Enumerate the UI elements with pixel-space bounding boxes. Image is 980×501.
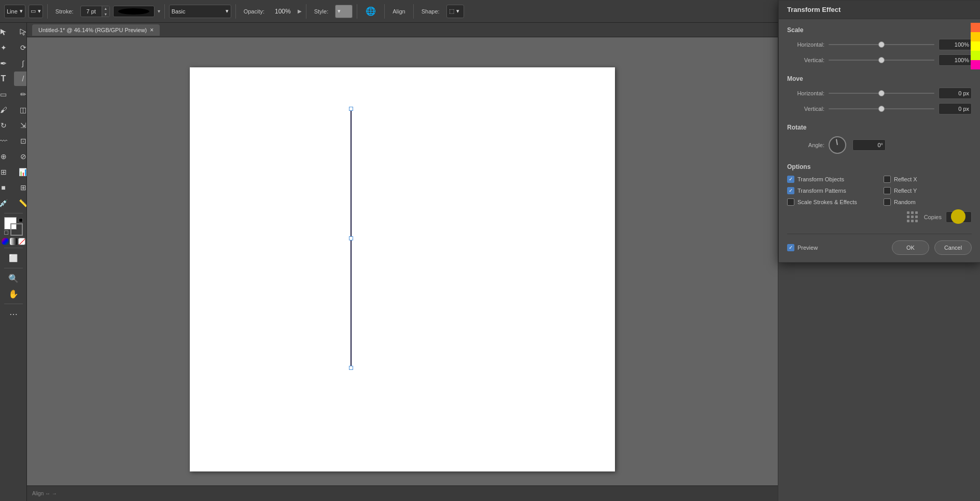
scale-btn[interactable]: ⇲ <box>14 118 27 133</box>
move-h-thumb[interactable] <box>878 90 885 96</box>
type-tool-btn[interactable]: T <box>0 71 13 86</box>
stroke-preview[interactable] <box>113 6 155 17</box>
move-v-slider[interactable] <box>829 108 934 109</box>
puppet-warp-btn[interactable]: ⊕ <box>0 149 13 164</box>
random-label: Random <box>894 199 916 205</box>
color-fill-stroke[interactable] <box>4 217 23 236</box>
gradient-fill-btn[interactable] <box>10 238 17 245</box>
swatch-bright-yellow[interactable] <box>971 41 980 51</box>
move-h-input[interactable] <box>939 88 972 99</box>
preview-checkbox[interactable] <box>787 244 794 251</box>
rotate-angle-row: Angle: <box>787 136 972 154</box>
divider-4 <box>306 4 306 19</box>
copies-input[interactable] <box>946 211 972 223</box>
shape-builder-btn[interactable]: ⊞ <box>0 165 13 179</box>
canvas-tab-close[interactable]: × <box>150 26 153 34</box>
scale-v-input[interactable] <box>939 54 972 66</box>
opacity-arrow[interactable]: ▶ <box>298 8 302 14</box>
angle-dial[interactable] <box>829 136 846 154</box>
transform-objects-checkbox[interactable] <box>787 176 794 183</box>
align-label[interactable]: Align <box>389 7 409 16</box>
swatch-pink[interactable] <box>971 60 980 69</box>
canvas-tab-item[interactable]: Untitled-1* @ 46.14% (RGB/GPU Preview) × <box>32 24 160 36</box>
eraser-btn[interactable]: ◫ <box>14 103 27 117</box>
reflect-x-checkbox[interactable] <box>884 176 891 183</box>
zoom-btn[interactable]: 🔍 <box>4 271 23 285</box>
ok-button[interactable]: OK <box>892 240 929 255</box>
selection-tools <box>0 25 27 39</box>
style-dropdown[interactable]: ▾ <box>335 5 353 18</box>
rotate-tools: ↻ ⇲ <box>0 118 27 133</box>
scale-strokes-checkbox[interactable] <box>787 198 794 206</box>
scale-h-thumb[interactable] <box>878 41 885 48</box>
dialog-body: Scale Horizontal: Vertical: <box>779 19 980 262</box>
canvas-background <box>27 37 778 501</box>
hand-btn[interactable]: ✋ <box>4 287 23 301</box>
more-tools-btn[interactable]: ⋯ <box>4 307 23 321</box>
gradient-btn[interactable]: ■ <box>0 180 13 195</box>
swatch-yellow[interactable] <box>971 32 980 41</box>
color-mode-btn[interactable] <box>2 238 9 245</box>
divider-3 <box>235 4 236 19</box>
move-section-title: Move <box>787 75 972 82</box>
dialog-buttons: OK Cancel <box>892 240 972 255</box>
rotate-btn[interactable]: ↻ <box>0 118 13 133</box>
shape-dropdown[interactable]: ⬚ ▾ <box>446 5 464 18</box>
stroke-preview-arrow[interactable]: ▾ <box>158 8 160 14</box>
none-fill-btn[interactable] <box>18 238 25 245</box>
canvas-area: Untitled-1* @ 46.14% (RGB/GPU Preview) × <box>27 23 778 501</box>
direct-selection-tool-btn[interactable] <box>14 25 27 39</box>
transform-patterns-checkbox[interactable] <box>787 187 794 194</box>
stroke-style-dropdown[interactable]: ▭ ▾ <box>29 5 43 18</box>
move-v-thumb[interactable] <box>878 106 885 112</box>
magic-wand-btn[interactable]: ✦ <box>0 40 13 55</box>
measure-btn[interactable]: 📏 <box>14 196 27 210</box>
lasso-btn[interactable]: ⟳ <box>14 40 27 55</box>
tool-indicator[interactable]: Line ▾ <box>4 5 25 18</box>
selection-handle-top[interactable] <box>349 107 353 111</box>
stroke-box-icon: ▭ <box>31 8 36 15</box>
selection-tool-btn[interactable] <box>0 25 13 39</box>
move-v-input[interactable] <box>939 103 972 114</box>
scale-v-slider[interactable] <box>829 60 934 61</box>
stroke-value-input[interactable]: ▲ ▼ <box>80 6 110 17</box>
stroke-arrows: ▲ ▼ <box>102 6 109 17</box>
paintbrush-btn[interactable]: 🖌 <box>0 103 13 117</box>
stroke-swatch[interactable] <box>10 223 23 236</box>
rotate-angle-input[interactable] <box>852 139 886 151</box>
transform-patterns-label: Transform Patterns <box>797 188 846 194</box>
rect-tool-btn[interactable]: ▭ <box>0 87 13 102</box>
move-v-label: Vertical: <box>787 106 824 112</box>
random-checkbox[interactable] <box>884 198 891 206</box>
scale-h-slider[interactable] <box>829 44 934 45</box>
stroke-up-arrow[interactable]: ▲ <box>102 6 109 11</box>
move-horizontal-row: Horizontal: <box>787 88 972 99</box>
cancel-button[interactable]: Cancel <box>934 240 972 255</box>
pen-tool-btn[interactable]: ✒ <box>0 56 13 70</box>
reflect-y-checkbox[interactable] <box>884 187 891 194</box>
pencil-tool-btn[interactable]: ✏ <box>14 87 27 102</box>
line-tool-btn[interactable]: / <box>14 71 27 86</box>
chart-btn[interactable]: 📊 <box>14 165 27 179</box>
globe-button[interactable]: 🌐 <box>361 4 380 19</box>
warp-btn[interactable]: 〰 <box>0 134 13 148</box>
reflect-x-row: Reflect X <box>884 176 972 183</box>
mesh-btn[interactable]: ⊞ <box>14 180 27 195</box>
swatch-orange[interactable] <box>971 23 980 32</box>
scale-h-input[interactable] <box>939 39 972 50</box>
selection-handle-bottom[interactable] <box>349 366 353 370</box>
move-h-slider[interactable] <box>829 93 934 94</box>
scale-v-thumb[interactable] <box>878 57 885 63</box>
free-transform-btn[interactable]: ⊡ <box>14 134 27 148</box>
swatch-lime[interactable] <box>971 51 980 60</box>
artboard-btn[interactable]: ⬜ <box>4 251 23 265</box>
stroke-type-dropdown[interactable]: Basic ▾ <box>169 5 231 18</box>
color-swatches-panel <box>971 23 980 69</box>
curvature-btn[interactable]: ∫ <box>14 56 27 70</box>
stroke-number-input[interactable] <box>81 8 102 15</box>
options-grid: Transform Objects Reflect X Transform Pa… <box>787 176 972 206</box>
eyedropper-btn[interactable]: 💉 <box>0 196 13 210</box>
stroke-down-arrow[interactable]: ▼ <box>102 11 109 17</box>
shape-arrow: ▾ <box>456 8 459 15</box>
perspective-btn[interactable]: ⊘ <box>14 149 27 164</box>
